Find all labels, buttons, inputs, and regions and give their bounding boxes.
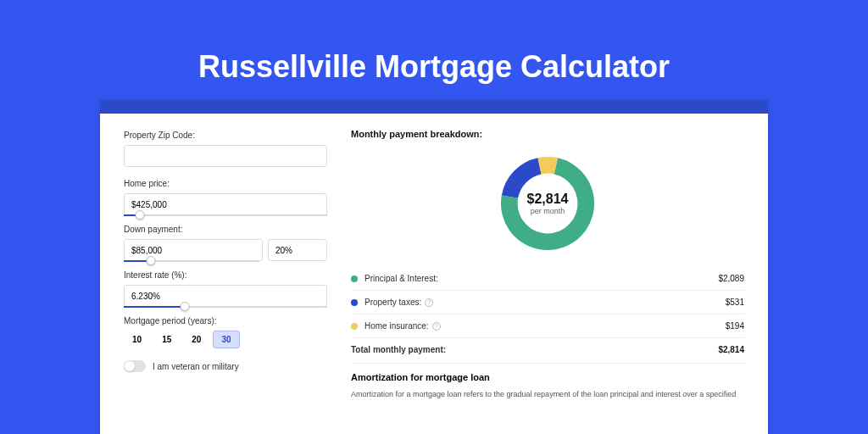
amortization-text: Amortization for a mortgage loan refers … [351, 389, 744, 400]
breakdown-title: Monthly payment breakdown: [351, 129, 744, 139]
veteran-toggle-row: I am veteran or military [124, 360, 327, 372]
donut-sub-label: per month [527, 207, 569, 215]
interest-rate-input[interactable] [124, 285, 327, 307]
period-option-15[interactable]: 15 [153, 331, 180, 348]
home-price-input[interactable] [124, 193, 327, 215]
breakdown-value: $2,089 [718, 274, 744, 283]
page-title: Russellville Mortgage Calculator [0, 0, 868, 100]
breakdown-value: $531 [726, 298, 744, 307]
calculator-card: Property Zip Code: Home price: Down paym… [100, 100, 768, 434]
veteran-label: I am veteran or military [153, 362, 239, 371]
home-price-slider[interactable] [124, 214, 327, 216]
down-payment-label: Down payment: [124, 225, 327, 234]
down-payment-amount-input[interactable] [124, 239, 263, 261]
donut-amount: $2,814 [527, 192, 569, 207]
breakdown-row: Home insurance: ?$194 [351, 314, 744, 338]
donut-center: $2,814 per month [527, 192, 569, 215]
breakdown-value: $194 [726, 321, 744, 331]
interest-rate-label: Interest rate (%): [124, 270, 327, 280]
breakdown-list: Principal & Interest:$2,089Property taxe… [351, 267, 744, 338]
mortgage-period-label: Mortgage period (years): [124, 316, 327, 326]
interest-rate-slider[interactable] [124, 306, 327, 308]
breakdown-column: Monthly payment breakdown: $2,814 per mo… [351, 129, 744, 434]
period-option-30[interactable]: 30 [213, 331, 239, 348]
period-option-10[interactable]: 10 [124, 331, 150, 348]
legend-dot-yellow [351, 323, 358, 330]
breakdown-label: Home insurance: ? [364, 321, 726, 331]
down-payment-percent-input[interactable] [268, 239, 327, 261]
zip-input[interactable] [124, 145, 327, 167]
total-value: $2,814 [718, 345, 744, 354]
help-icon[interactable]: ? [425, 298, 433, 307]
period-option-20[interactable]: 20 [183, 331, 209, 348]
help-icon[interactable]: ? [432, 322, 441, 331]
legend-dot-blue [351, 299, 358, 306]
donut-chart-area: $2,814 per month [351, 146, 744, 260]
zip-label: Property Zip Code: [124, 131, 327, 140]
down-payment-slider[interactable] [124, 260, 259, 262]
home-price-label: Home price: [124, 179, 327, 188]
mortgage-period-options: 10152030 [124, 331, 327, 348]
toggle-knob [125, 361, 135, 371]
amortization-title: Amortization for mortgage loan [351, 372, 744, 382]
breakdown-label: Property taxes: ? [364, 298, 726, 307]
input-column: Property Zip Code: Home price: Down paym… [124, 129, 327, 434]
total-label: Total monthly payment: [351, 345, 718, 354]
total-row: Total monthly payment: $2,814 [351, 338, 744, 358]
legend-dot-green [351, 275, 358, 282]
breakdown-row: Property taxes: ?$531 [351, 291, 744, 314]
donut-chart: $2,814 per month [498, 153, 598, 253]
breakdown-row: Principal & Interest:$2,089 [351, 267, 744, 291]
breakdown-label: Principal & Interest: [364, 274, 718, 283]
veteran-toggle[interactable] [124, 360, 146, 372]
amortization-section: Amortization for mortgage loan Amortizat… [351, 363, 744, 400]
